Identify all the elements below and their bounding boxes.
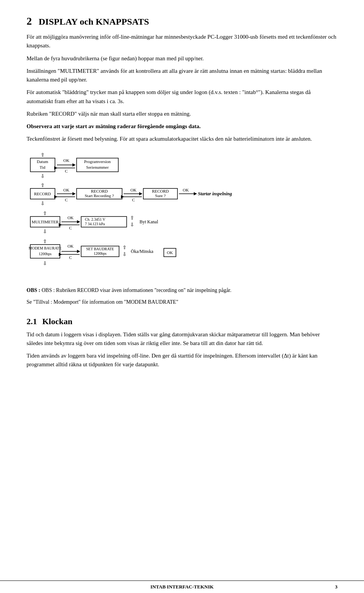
c-label-3: C [132,198,135,202]
section-title: DISPLAY och KNAPPSATS [39,17,149,27]
nav-diagram-svg: ⇧ Datum Tid ⇩ OK C Programversion Serien… [27,151,337,279]
label-record-sure-1: RECORD [152,189,169,193]
up-arrow-record: ⇧ [41,182,45,188]
label-ch-line1: Ch. 2.3451 V [85,217,105,221]
label-tid: Tid [40,165,46,169]
c-label-1: C [65,169,67,173]
subsection-header: 2.1 Klockan [27,317,337,326]
paragraph-3: Inställningen "MULTIMETER" används för a… [27,67,337,85]
ok-label-4: OK [183,188,189,192]
section-number: 2 [27,15,32,27]
up-arrow-modem: ⇧ [43,238,47,244]
obs-text-2: Se "Tillval : Modemport" för information… [27,298,337,306]
diagram-container: ⇧ Datum Tid ⇩ OK C Programversion Serien… [27,151,337,279]
footer-company: INTAB INTERFAC-TEKNIK [151,584,214,590]
obs-bold: OBS : [27,287,42,293]
c-label-2: C [65,198,67,202]
label-record: RECORD [34,191,51,196]
down-arrow-modem: ⇩ [43,260,47,266]
paragraph-5: Rubriken "RECORD" väljs när man skall st… [27,110,337,118]
down-arrow-byt: ⇩ [130,222,134,227]
subsection-paragraph-1: Tid och datum i loggern visas i displaye… [27,330,337,348]
down-arrow-datum: ⇩ [41,173,45,179]
page: 2 DISPLAY och KNAPPSATS För att möjliggö… [0,0,364,388]
down-arrow-record: ⇩ [41,201,45,206]
c-label-5: C [69,226,72,230]
subsection-number: 2.1 [27,317,37,326]
label-datum: Datum [37,159,48,164]
ok-label-5: OK [67,215,74,220]
down-arrow-oka: ⇩ [122,251,127,257]
label-startar-inspelning: Startar inspelning [198,191,232,196]
label-oka-minska: Öka/Minska [131,249,154,254]
label-modem-2: 1200bps [39,252,52,256]
label-serienummer: Serienummer [86,165,109,169]
subsection-title: Klockan [42,317,72,326]
footer: INTAB INTERFAC-TEKNIK 3 [0,580,364,593]
up-arrow-oka: ⇧ [122,245,127,250]
c-label-6: C [69,255,72,260]
label-byt-kanal: Byt Kanal [140,219,158,224]
label-programversion: Programversion [84,159,111,164]
ok-label-3: OK [130,188,136,192]
subsection-paragraph-2: Tiden används av loggern bara vid inspel… [27,351,337,369]
down-arrow-multimeter: ⇩ [43,229,47,234]
paragraph-4: För automatisk "bläddring" trycker man p… [27,88,337,106]
label-multimeter: MULTIMETER [31,220,59,224]
up-arrow-datum: ⇧ [41,152,45,158]
up-arrow-byt: ⇧ [130,215,134,221]
ok-label-2: OK [63,188,69,192]
up-arrow-multimeter: ⇧ [43,210,47,216]
paragraph-6: Teckenfönstret är försett med belysning.… [27,135,337,143]
ok-label-6: OK [67,244,74,248]
label-modem-1: MODEM BAURATE [29,246,62,250]
section-header: 2 DISPLAY och KNAPPSATS [27,15,337,27]
label-ch-line2: 7 34.123 kPa [85,222,105,226]
paragraph-bold: Observera att varje start av mätning rad… [27,122,337,131]
paragraph-1: För att möjliggöra manövrering inför off… [27,33,337,50]
ok-label-1: OK [63,158,69,163]
label-set-baudrate-2: 1200bps [94,251,107,256]
label-ok-end: OK [167,250,173,255]
label-record-sure-2: Sure ? [155,193,166,198]
label-record-start-1: RECORD [91,189,108,193]
paragraph-2: Mellan de fyra huvudrubrikerna (se figur… [27,54,337,63]
page-number: 3 [335,584,338,590]
obs-line1: OBS : Rubriken RECORD visar även informa… [42,287,232,293]
label-record-start-2: Start Recording ? [85,193,114,198]
obs-text-1: OBS : OBS : Rubriken RECORD visar även i… [27,286,337,294]
label-set-baudrate-1: SET BAUDRATE [86,247,114,251]
